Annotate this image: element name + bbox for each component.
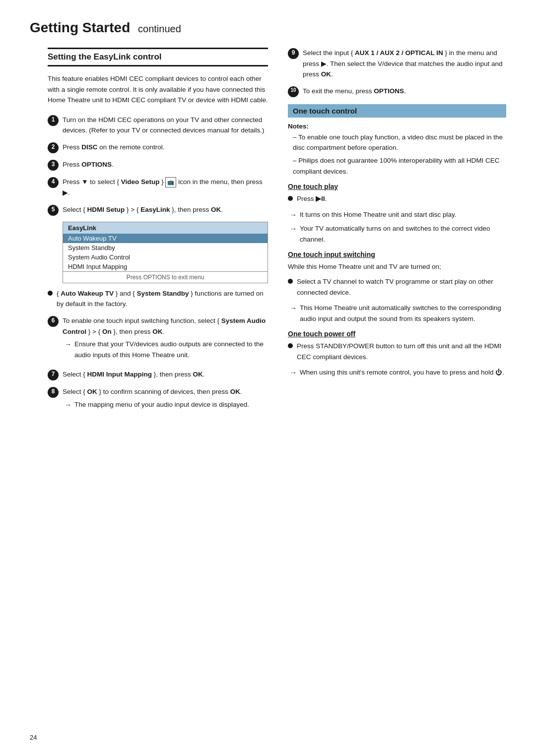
note-1: – To enable one touch play function, a v… bbox=[288, 132, 506, 153]
notes-label: Notes: bbox=[288, 123, 506, 130]
step-6-arrow: → Ensure that your TV/devices audio outp… bbox=[63, 339, 268, 360]
main-content: Setting the EasyLink control This featur… bbox=[48, 48, 506, 419]
step-number-9: 9 bbox=[288, 48, 299, 59]
bullet-play: Press ▶II. bbox=[288, 193, 506, 204]
step-2-content: Press DISC on the remote control. bbox=[63, 142, 268, 153]
play-arrow-1-text: It turns on this Home Theatre unit and s… bbox=[300, 209, 456, 220]
step-6: 6 To enable one touch input switching fu… bbox=[48, 315, 268, 363]
bullet-input-switching: Select a TV channel to watch TV programm… bbox=[288, 276, 506, 298]
step-number-5: 5 bbox=[48, 205, 59, 216]
step-7: 7 Select { HDMI Input Mapping }, then pr… bbox=[48, 369, 268, 380]
easylink-box-footer: Press OPTIONS to exit menu bbox=[63, 271, 268, 283]
section-heading-easylink: Setting the EasyLink control bbox=[48, 48, 268, 66]
title-continued: continued bbox=[138, 23, 181, 34]
easylink-item-auto-wakeup: Auto Wakeup TV bbox=[63, 234, 268, 243]
one-touch-input-intro: While this Home Theatre unit and TV are … bbox=[288, 261, 506, 272]
bullet-dot-power bbox=[288, 343, 293, 348]
left-column: Setting the EasyLink control This featur… bbox=[48, 48, 268, 419]
step-6-arrow-text: Ensure that your TV/devices audio output… bbox=[74, 339, 268, 360]
step-number-2: 2 bbox=[48, 142, 59, 153]
arrow-icon-play-1: → bbox=[290, 209, 297, 220]
bullet-auto-wakeup-text: { Auto Wakeup TV } and { System Standby … bbox=[57, 288, 268, 310]
easylink-item-system-standby: System Standby bbox=[63, 243, 268, 252]
step-number-8: 8 bbox=[48, 387, 59, 398]
arrow-icon-8: → bbox=[65, 399, 71, 410]
one-touch-play-heading: One touch play bbox=[288, 183, 506, 190]
right-column: 9 Select the input { AUX 1 / AUX 2 / OPT… bbox=[288, 48, 506, 419]
one-touch-control-heading: One touch control bbox=[288, 104, 506, 118]
bullet-power-off: Press STANDBY/POWER button to turn off t… bbox=[288, 341, 506, 362]
step-5: 5 Select { HDMI Setup } > { EasyLink }, … bbox=[48, 204, 268, 216]
step-8: 8 Select { OK } to confirm scanning of d… bbox=[48, 386, 268, 413]
one-touch-power-heading: One touch power off bbox=[288, 330, 506, 338]
step-3: 3 Press OPTIONS. bbox=[48, 159, 268, 171]
step-10: 10 To exit the menu, press OPTIONS. bbox=[288, 86, 506, 97]
step-5-content: Select { HDMI Setup } > { EasyLink }, th… bbox=[63, 204, 268, 216]
bullet-auto-wakeup: { Auto Wakeup TV } and { System Standby … bbox=[48, 288, 268, 310]
step-4-content: Press ▼ to select { Video Setup } 📺 icon… bbox=[63, 177, 268, 198]
arrow-icon-play-2: → bbox=[290, 223, 297, 245]
power-arrow-text: When using this unit's remote control, y… bbox=[300, 367, 504, 378]
page-container: Getting Started continued Setting the Ea… bbox=[0, 0, 536, 756]
step-number-3: 3 bbox=[48, 160, 59, 171]
easylink-item-system-audio: System Audio Control bbox=[63, 252, 268, 262]
one-touch-input-heading: One touch input switching bbox=[288, 251, 506, 258]
note-2: – Philips does not guarantee 100% intero… bbox=[288, 155, 506, 177]
step-1-content: Turn on the HDMI CEC operations on your … bbox=[63, 115, 268, 136]
arrow-icon-6: → bbox=[65, 339, 71, 360]
step-number-10: 10 bbox=[288, 86, 299, 97]
easylink-item-hdmi-input: HDMI Input Mapping bbox=[63, 262, 268, 271]
play-arrow-2-text: Your TV automatically turns on and switc… bbox=[300, 223, 506, 245]
bullet-play-text: Press ▶II. bbox=[297, 193, 327, 204]
step-4: 4 Press ▼ to select { Video Setup } 📺 ic… bbox=[48, 177, 268, 198]
step-2: 2 Press DISC on the remote control. bbox=[48, 142, 268, 153]
intro-text: This feature enables HDMI CEC compliant … bbox=[48, 73, 268, 106]
step-number-1: 1 bbox=[48, 115, 59, 126]
arrow-icon-power: → bbox=[290, 367, 297, 378]
play-arrow-2: → Your TV automatically turns on and swi… bbox=[288, 223, 506, 245]
arrow-icon-input: → bbox=[290, 303, 297, 324]
title-text: Getting Started bbox=[30, 20, 130, 35]
bullet-power-text: Press STANDBY/POWER button to turn off t… bbox=[297, 341, 506, 362]
step-7-content: Select { HDMI Input Mapping }, then pres… bbox=[63, 369, 268, 380]
step-3-content: Press OPTIONS. bbox=[63, 159, 268, 171]
step-10-content: To exit the menu, press OPTIONS. bbox=[303, 86, 506, 97]
play-arrow-1: → It turns on this Home Theatre unit and… bbox=[288, 209, 506, 220]
power-arrow: → When using this unit's remote control,… bbox=[288, 367, 506, 378]
step-number-6: 6 bbox=[48, 316, 59, 327]
page-number: 24 bbox=[30, 734, 37, 741]
input-arrow-text: This Home Theatre unit automatically swi… bbox=[300, 303, 506, 324]
easylink-box-title: EasyLink bbox=[63, 222, 268, 234]
step-number-4: 4 bbox=[48, 177, 59, 188]
step-8-arrow-text: The mapping menu of your audio input dev… bbox=[74, 399, 249, 410]
step-8-content: Select { OK } to confirm scanning of dev… bbox=[63, 386, 268, 413]
step-number-7: 7 bbox=[48, 370, 59, 380]
bullet-dot-input bbox=[288, 279, 293, 284]
bullet-input-text: Select a TV channel to watch TV programm… bbox=[297, 276, 506, 298]
step-9: 9 Select the input { AUX 1 / AUX 2 / OPT… bbox=[288, 48, 506, 80]
bullet-dot-1 bbox=[48, 291, 53, 296]
step-1: 1 Turn on the HDMI CEC operations on you… bbox=[48, 115, 268, 136]
step-6-content: To enable one touch input switching func… bbox=[63, 315, 268, 363]
step-9-content: Select the input { AUX 1 / AUX 2 / OPTIC… bbox=[303, 48, 506, 80]
bullet-dot-play bbox=[288, 196, 293, 201]
step-8-arrow: → The mapping menu of your audio input d… bbox=[63, 399, 268, 410]
easylink-box: EasyLink Auto Wakeup TV System Standby S… bbox=[63, 222, 268, 283]
page-title: Getting Started continued bbox=[30, 20, 506, 36]
input-arrow: → This Home Theatre unit automatically s… bbox=[288, 303, 506, 324]
